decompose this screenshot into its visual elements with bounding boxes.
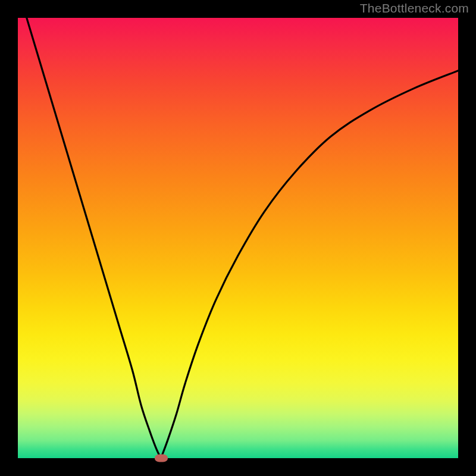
plot-area [18, 18, 458, 458]
minimum-marker [155, 455, 168, 462]
bottleneck-curve [18, 18, 458, 458]
curve-right-branch [161, 71, 459, 458]
chart-frame: TheBottleneck.com [0, 0, 476, 476]
curve-left-branch [27, 18, 161, 458]
watermark-text: TheBottleneck.com [360, 1, 469, 15]
